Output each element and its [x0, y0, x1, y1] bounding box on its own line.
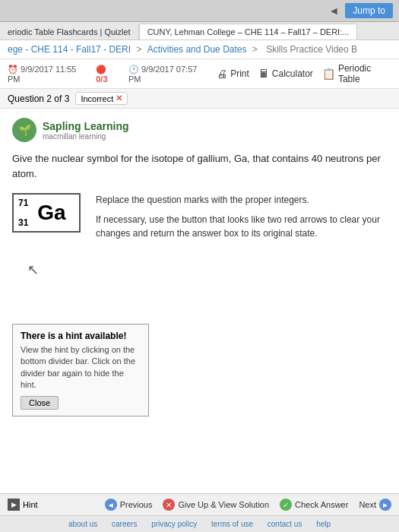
incorrect-label: Incorrect — [81, 94, 113, 103]
previous-icon: ◄ — [105, 499, 117, 511]
breadcrumb-sep1: > — [136, 44, 144, 55]
score-badge: 🔴 0/3 — [96, 65, 119, 84]
footer-terms[interactable]: terms of use — [211, 520, 253, 528]
footer-privacy[interactable]: privacy policy — [151, 520, 197, 528]
check-icon: ✓ — [280, 499, 292, 511]
periodic-table-button[interactable]: 📋 Periodic Table — [322, 63, 391, 84]
question-bar: Question 2 of 3 Incorrect ✕ — [0, 89, 399, 109]
footer-about[interactable]: about us — [68, 520, 97, 528]
hint-close-button[interactable]: Close — [21, 396, 59, 410]
sapling-logo: 🌱 — [12, 118, 36, 142]
breadcrumb-sep2: > — [252, 44, 260, 55]
instruction2: If necessary, use the button that looks … — [96, 213, 387, 240]
sapling-subtitle: macmillan learning — [43, 132, 129, 141]
main-content: 🌱 Sapling Learning macmillan learning Gi… — [0, 109, 399, 493]
instructions: Replace the question marks with the prop… — [96, 193, 387, 246]
toolbar: ⏰ 9/9/2017 11:55 PM 🔴 0/3 🕐 9/9/2017 07:… — [0, 59, 399, 89]
browser-top-bar: ◄ Jump to — [0, 0, 399, 22]
footer-contact[interactable]: contact us — [268, 520, 302, 528]
hint-section: There is a hint available! View the hint… — [12, 324, 149, 416]
breadcrumb-current: Skills Practice Video B — [266, 44, 357, 55]
incorrect-badge: Incorrect ✕ — [75, 92, 128, 105]
question-text: Give the nuclear symbol for the isotope … — [12, 151, 387, 181]
check-label: Check Answer — [295, 500, 348, 509]
breadcrumb-course-link[interactable]: ege - CHE 114 - Fall17 - DERI — [8, 44, 131, 55]
previous-label: Previous — [120, 500, 153, 509]
hint-play-button[interactable]: ▶ — [8, 499, 20, 511]
calculator-icon: 🖩 — [258, 68, 269, 80]
hint-text: View the hint by clicking on the bottom … — [21, 344, 141, 391]
back-arrow-icon[interactable]: ◄ — [328, 5, 339, 17]
give-up-button[interactable]: ✕ Give Up & View Solution — [163, 499, 269, 511]
isotope-element-symbol: Ga — [37, 201, 65, 225]
breadcrumb-activities-link[interactable]: Activities and Due Dates — [147, 44, 247, 55]
breadcrumb: ege - CHE 114 - Fall17 - DERI > Activiti… — [0, 40, 399, 59]
footer-help[interactable]: help — [316, 520, 331, 528]
tab-cuny[interactable]: CUNY, Lehman College – CHE 114 – Fall17 … — [139, 24, 358, 40]
give-up-icon: ✕ — [163, 499, 175, 511]
tab-bar: eriodic Table Flashcards | Quizlet CUNY,… — [0, 22, 399, 40]
calculator-button[interactable]: 🖩 Calculator — [258, 68, 313, 80]
give-up-label: Give Up & View Solution — [178, 500, 269, 509]
table-icon: 📋 — [322, 68, 335, 80]
x-mark-icon: ✕ — [116, 93, 122, 103]
footer-careers[interactable]: careers — [112, 520, 137, 528]
answer-area: 71 31 Ga Replace the question marks with… — [12, 193, 387, 246]
instruction1: Replace the question marks with the prop… — [96, 193, 387, 207]
sapling-title-block: Sapling Learning macmillan learning — [43, 120, 129, 141]
next-label: Next — [359, 500, 376, 509]
next-icon: ► — [379, 499, 391, 511]
isotope-symbol-box[interactable]: 71 31 Ga — [12, 193, 81, 233]
timestamp1: ⏰ 9/9/2017 11:55 PM — [8, 65, 87, 84]
page-wrapper: ◄ Jump to eriodic Table Flashcards | Qui… — [0, 0, 399, 532]
tab-quizlet[interactable]: eriodic Table Flashcards | Quizlet — [0, 24, 139, 40]
footer: about us careers privacy policy terms of… — [0, 515, 399, 532]
check-answer-button[interactable]: ✓ Check Answer — [280, 499, 348, 511]
cursor-area: ↖ — [27, 261, 387, 278]
hint-control: ▶ Hint — [8, 499, 38, 511]
print-icon: 🖨 — [217, 68, 227, 80]
sapling-brand: Sapling Learning — [43, 120, 129, 132]
isotope-subscript[interactable]: 31 — [18, 217, 28, 228]
jump-to-button[interactable]: Jump to — [345, 3, 393, 18]
sapling-header: 🌱 Sapling Learning macmillan learning — [12, 118, 387, 142]
nav-buttons: ◄ Previous ✕ Give Up & View Solution ✓ C… — [105, 499, 391, 511]
question-number: Question 2 of 3 — [8, 93, 69, 104]
next-button[interactable]: Next ► — [359, 499, 391, 511]
bottom-nav: ▶ Hint ◄ Previous ✕ Give Up & View Solut… — [0, 493, 399, 515]
hint-label[interactable]: Hint — [23, 500, 38, 509]
hint-title: There is a hint available! — [21, 331, 141, 341]
previous-button[interactable]: ◄ Previous — [105, 499, 153, 511]
timestamp2: 🕐 9/9/2017 07:57 PM — [128, 65, 207, 84]
print-button[interactable]: 🖨 Print — [217, 68, 249, 80]
isotope-superscript[interactable]: 71 — [18, 198, 28, 208]
